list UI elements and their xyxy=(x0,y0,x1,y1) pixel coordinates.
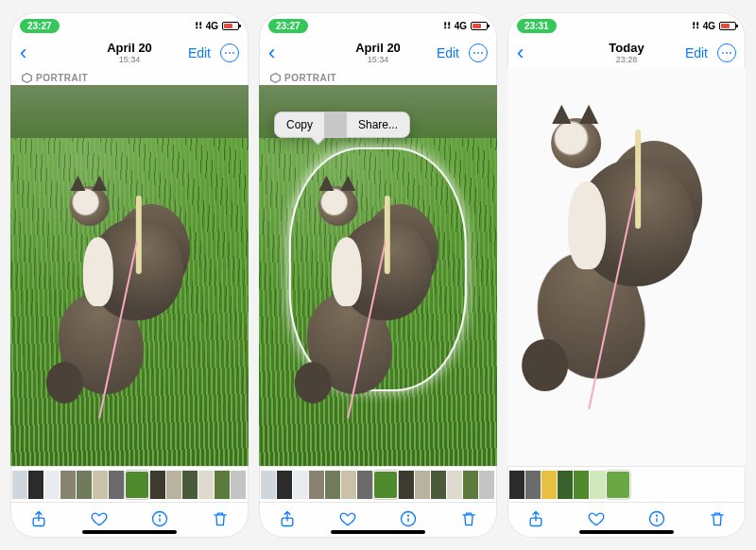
home-indicator[interactable] xyxy=(82,530,177,534)
signal-icon xyxy=(195,21,202,31)
thumbnail-strip[interactable] xyxy=(10,466,249,502)
thumbnail[interactable] xyxy=(574,471,589,499)
thumbnail[interactable] xyxy=(357,471,372,499)
portrait-label: PORTRAIT xyxy=(36,73,88,83)
portrait-icon xyxy=(22,73,32,83)
thumbnail[interactable] xyxy=(182,471,198,499)
context-menu: Copy Share... xyxy=(274,112,410,138)
status-right: 4G xyxy=(692,21,736,31)
info-button[interactable] xyxy=(399,509,418,532)
edit-button[interactable]: Edit xyxy=(685,45,708,60)
more-button[interactable]: ⋯ xyxy=(220,43,239,62)
thumbnail[interactable] xyxy=(60,471,76,499)
thumbnail[interactable] xyxy=(479,471,494,499)
svg-point-13 xyxy=(657,515,658,516)
svg-marker-5 xyxy=(271,74,281,83)
svg-marker-0 xyxy=(23,74,32,83)
share-button[interactable] xyxy=(29,509,48,532)
home-indicator[interactable] xyxy=(331,530,425,534)
thumbnail[interactable] xyxy=(293,471,308,499)
photo-canvas[interactable] xyxy=(507,69,746,466)
status-right: 4G xyxy=(195,21,239,31)
photo-subject-cat xyxy=(46,154,213,386)
edit-button[interactable]: Edit xyxy=(437,45,459,60)
photo-subject-cat-cutout xyxy=(522,77,731,368)
thumbnail[interactable] xyxy=(215,471,230,499)
battery-icon xyxy=(222,22,239,30)
thumbnail[interactable] xyxy=(277,471,292,499)
thumbnail[interactable] xyxy=(399,471,414,499)
thumbnail[interactable] xyxy=(525,471,541,499)
thumbnail[interactable] xyxy=(309,471,324,499)
share-button[interactable] xyxy=(278,509,297,532)
photo-canvas[interactable] xyxy=(10,85,249,466)
context-share[interactable]: Share... xyxy=(347,112,409,137)
network-label: 4G xyxy=(206,21,218,31)
thumbnail-strip[interactable] xyxy=(259,466,497,502)
status-bar: 23:31 4G xyxy=(507,12,746,37)
thumbnail[interactable] xyxy=(415,471,430,499)
nav-bar: ‹ Edit ⋯ xyxy=(259,37,497,69)
portrait-icon xyxy=(270,73,281,83)
thumbnail[interactable] xyxy=(558,471,573,499)
network-label: 4G xyxy=(703,21,715,31)
screen-1: 23:27 4G April 20 15:34 ‹ Edit ⋯ PORTRAI… xyxy=(10,12,249,538)
status-right: 4G xyxy=(443,21,488,31)
thumbnail[interactable] xyxy=(590,471,605,499)
network-label: 4G xyxy=(455,21,467,31)
thumbnail[interactable] xyxy=(93,471,108,499)
edit-button[interactable]: Edit xyxy=(188,45,211,60)
thumbnail[interactable] xyxy=(150,471,165,499)
thumbnail[interactable] xyxy=(541,471,557,499)
thumbnail[interactable] xyxy=(77,471,92,499)
nav-bar: ‹ Edit ⋯ xyxy=(507,37,746,69)
clock-pill: 23:31 xyxy=(517,19,557,33)
thumbnail[interactable] xyxy=(28,471,43,499)
favorite-button[interactable] xyxy=(338,509,357,532)
svg-point-9 xyxy=(408,515,409,516)
portrait-badge: PORTRAIT xyxy=(259,69,497,85)
delete-button[interactable] xyxy=(708,509,727,532)
thumbnail[interactable] xyxy=(373,471,398,499)
photo-subject-cat[interactable] xyxy=(295,154,461,386)
status-bar: 23:27 4G xyxy=(259,12,497,37)
delete-button[interactable] xyxy=(459,509,478,532)
thumbnail[interactable] xyxy=(606,471,630,499)
screen-3: 23:31 4G Today 23:28 ‹ Edit ⋯ xyxy=(507,12,746,538)
thumbnail[interactable] xyxy=(12,471,27,499)
thumbnail[interactable] xyxy=(463,471,478,499)
home-indicator[interactable] xyxy=(579,530,674,534)
thumbnail[interactable] xyxy=(166,471,181,499)
thumbnail[interactable] xyxy=(447,471,462,499)
thumbnail[interactable] xyxy=(341,471,356,499)
context-copy[interactable]: Copy xyxy=(275,112,324,137)
thumbnail-strip[interactable] xyxy=(507,466,746,502)
battery-icon xyxy=(471,22,488,30)
info-button[interactable] xyxy=(150,509,169,532)
delete-button[interactable] xyxy=(211,509,230,532)
more-button[interactable]: ⋯ xyxy=(717,43,736,62)
favorite-button[interactable] xyxy=(90,509,109,532)
thumbnail[interactable] xyxy=(261,471,276,499)
svg-point-4 xyxy=(160,515,161,516)
battery-icon xyxy=(719,22,736,30)
thumbnail[interactable] xyxy=(109,471,124,499)
clock-pill: 23:27 xyxy=(20,19,60,33)
thumbnail[interactable] xyxy=(231,471,246,499)
thumbnail[interactable] xyxy=(198,471,214,499)
thumbnail[interactable] xyxy=(431,471,446,499)
clock-pill: 23:27 xyxy=(268,19,308,33)
thumbnail[interactable] xyxy=(44,471,60,499)
thumbnail[interactable] xyxy=(509,471,524,499)
photo-canvas[interactable]: Copy Share... xyxy=(259,85,497,466)
more-button[interactable]: ⋯ xyxy=(469,43,488,62)
favorite-button[interactable] xyxy=(587,509,606,532)
thumbnail[interactable] xyxy=(125,471,149,499)
screen-2: 23:27 4G April 20 15:34 ‹ Edit ⋯ PORTRAI… xyxy=(259,12,497,538)
info-button[interactable] xyxy=(647,509,666,532)
signal-icon xyxy=(443,21,451,31)
portrait-label: PORTRAIT xyxy=(284,73,336,83)
share-button[interactable] xyxy=(526,509,545,532)
thumbnail[interactable] xyxy=(325,471,340,499)
portrait-badge: PORTRAIT xyxy=(10,69,249,85)
